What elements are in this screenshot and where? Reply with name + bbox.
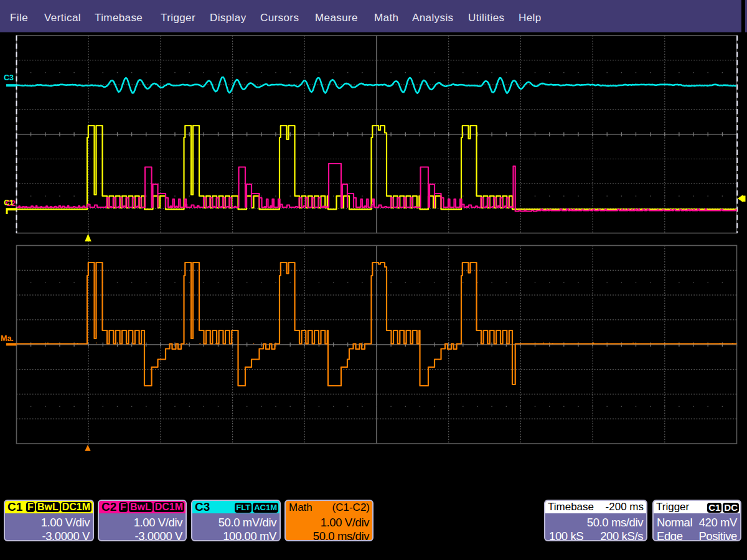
svg-text:C3: C3 xyxy=(4,73,14,82)
svg-text:C1: C1 xyxy=(4,198,14,207)
svg-text:Ma.: Ma. xyxy=(1,334,14,343)
